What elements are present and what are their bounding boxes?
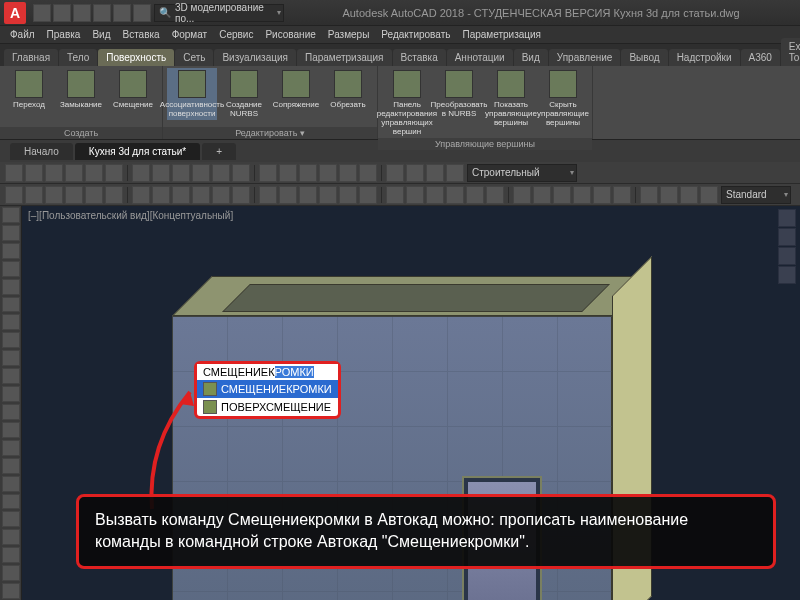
nav-home-icon[interactable] bbox=[778, 209, 796, 227]
new-doc-tab[interactable]: + bbox=[202, 143, 236, 160]
draw-tool-icon[interactable] bbox=[2, 565, 20, 581]
qat-redo-icon[interactable] bbox=[113, 4, 131, 22]
doc-tab[interactable]: Кухня 3d для статьи* bbox=[75, 143, 200, 160]
toolbar-icon[interactable] bbox=[359, 164, 377, 182]
draw-tool-icon[interactable] bbox=[2, 404, 20, 420]
tab-Express Tools[interactable]: Express Tools bbox=[781, 38, 800, 66]
toolbar-icon[interactable] bbox=[45, 186, 63, 204]
ribbon-btn[interactable]: Сопряжение bbox=[271, 68, 321, 120]
toolbar-icon[interactable] bbox=[533, 186, 551, 204]
draw-tool-icon[interactable] bbox=[2, 297, 20, 313]
command-autocomplete-popup[interactable]: СМЕЩЕНИЕКРОМКИ СМЕЩЕНИЕКРОМКИПОВЕРХСМЕЩЕ… bbox=[194, 361, 341, 419]
ribbon-btn[interactable]: Показать управляющие вершины bbox=[486, 68, 536, 138]
qat-print-icon[interactable] bbox=[133, 4, 151, 22]
draw-tool-icon[interactable] bbox=[2, 440, 20, 456]
toolbar-icon[interactable] bbox=[5, 186, 23, 204]
nav-pan-icon[interactable] bbox=[778, 247, 796, 265]
toolbar-icon[interactable] bbox=[319, 164, 337, 182]
toolbar-icon[interactable] bbox=[25, 186, 43, 204]
toolbar-icon[interactable] bbox=[132, 186, 150, 204]
qat-new-icon[interactable] bbox=[33, 4, 51, 22]
viewport-label[interactable]: [–][Пользовательский вид][Концептуальный… bbox=[28, 210, 233, 221]
toolbar-icon[interactable] bbox=[299, 164, 317, 182]
workspace-search[interactable]: 🔍3D моделирование по... bbox=[154, 4, 284, 22]
tab-A360[interactable]: A360 bbox=[741, 49, 780, 66]
ribbon-btn[interactable]: Создание NURBS bbox=[219, 68, 269, 120]
toolbar-icon[interactable] bbox=[339, 164, 357, 182]
draw-tool-icon[interactable] bbox=[2, 476, 20, 492]
toolbar-icon[interactable] bbox=[212, 164, 230, 182]
toolbar-icon[interactable] bbox=[259, 186, 277, 204]
draw-tool-icon[interactable] bbox=[2, 547, 20, 563]
draw-tool-icon[interactable] bbox=[2, 350, 20, 366]
draw-tool-icon[interactable] bbox=[2, 583, 20, 599]
menu-вставка[interactable]: Вставка bbox=[122, 29, 159, 40]
tab-Вывод[interactable]: Вывод bbox=[621, 49, 667, 66]
toolbar-icon[interactable] bbox=[339, 186, 357, 204]
menu-параметризация[interactable]: Параметризация bbox=[462, 29, 541, 40]
draw-tool-icon[interactable] bbox=[2, 314, 20, 330]
draw-tool-icon[interactable] bbox=[2, 279, 20, 295]
doc-tab[interactable]: Начало bbox=[10, 143, 73, 160]
toolbar-icon[interactable] bbox=[553, 186, 571, 204]
toolbar-icon[interactable] bbox=[259, 164, 277, 182]
toolbar-icon[interactable] bbox=[65, 164, 83, 182]
toolbar-icon[interactable] bbox=[65, 186, 83, 204]
ribbon-btn[interactable]: Обрезать bbox=[323, 68, 373, 120]
toolbar-icon[interactable] bbox=[105, 186, 123, 204]
menu-редактировать[interactable]: Редактировать bbox=[381, 29, 450, 40]
toolbar-icon[interactable] bbox=[192, 186, 210, 204]
tab-Управление[interactable]: Управление bbox=[549, 49, 621, 66]
draw-tool-icon[interactable] bbox=[2, 511, 20, 527]
toolbar-icon[interactable] bbox=[319, 186, 337, 204]
toolbar-icon[interactable] bbox=[573, 186, 591, 204]
toolbar-icon[interactable] bbox=[212, 186, 230, 204]
menu-размеры[interactable]: Размеры bbox=[328, 29, 370, 40]
qat-save-icon[interactable] bbox=[73, 4, 91, 22]
toolbar-icon[interactable] bbox=[279, 164, 297, 182]
toolbar-combo[interactable]: Строительный bbox=[467, 164, 577, 182]
ribbon-btn[interactable]: Замыкание bbox=[56, 68, 106, 111]
draw-tool-icon[interactable] bbox=[2, 243, 20, 259]
toolbar-icon[interactable] bbox=[45, 164, 63, 182]
toolbar-icon[interactable] bbox=[232, 186, 250, 204]
toolbar-icon[interactable] bbox=[172, 186, 190, 204]
nav-orbit-icon[interactable] bbox=[778, 228, 796, 246]
toolbar-icon[interactable] bbox=[613, 186, 631, 204]
toolbar-icon[interactable] bbox=[406, 186, 424, 204]
draw-tool-icon[interactable] bbox=[2, 368, 20, 384]
draw-tool-icon[interactable] bbox=[2, 225, 20, 241]
autocomplete-option[interactable]: ПОВЕРХСМЕЩЕНИЕ bbox=[197, 398, 338, 416]
tab-Тело[interactable]: Тело bbox=[59, 49, 97, 66]
toolbar-icon[interactable] bbox=[640, 186, 658, 204]
toolbar-icon[interactable] bbox=[5, 164, 23, 182]
toolbar-icon[interactable] bbox=[85, 186, 103, 204]
draw-tool-icon[interactable] bbox=[2, 529, 20, 545]
tab-Надстройки[interactable]: Надстройки bbox=[669, 49, 740, 66]
toolbar-icon[interactable] bbox=[232, 164, 250, 182]
toolbar-icon[interactable] bbox=[172, 164, 190, 182]
toolbar-icon[interactable] bbox=[426, 164, 444, 182]
ribbon-btn[interactable]: Скрыть управляющие вершины bbox=[538, 68, 588, 138]
tab-Параметризация[interactable]: Параметризация bbox=[297, 49, 392, 66]
toolbar-icon[interactable] bbox=[660, 186, 678, 204]
viewcube-controls[interactable] bbox=[778, 208, 798, 285]
ribbon-btn[interactable]: Панель редактирования управляющих вершин bbox=[382, 68, 432, 138]
tab-Поверхность[interactable]: Поверхность bbox=[98, 49, 174, 66]
autocomplete-option[interactable]: СМЕЩЕНИЕКРОМКИ bbox=[197, 380, 338, 398]
tab-Вид[interactable]: Вид bbox=[514, 49, 548, 66]
toolbar-icon[interactable] bbox=[279, 186, 297, 204]
toolbar-icon[interactable] bbox=[359, 186, 377, 204]
toolbar-icon[interactable] bbox=[152, 186, 170, 204]
toolbar-icon[interactable] bbox=[386, 186, 404, 204]
ribbon-btn[interactable]: Ассоциативность поверхности bbox=[167, 68, 217, 120]
toolbar-icon[interactable] bbox=[132, 164, 150, 182]
tab-Визуализация[interactable]: Визуализация bbox=[214, 49, 295, 66]
menu-вид[interactable]: Вид bbox=[92, 29, 110, 40]
tab-Аннотации[interactable]: Аннотации bbox=[447, 49, 513, 66]
toolbar-icon[interactable] bbox=[192, 164, 210, 182]
toolbar-icon[interactable] bbox=[152, 164, 170, 182]
toolbar-icon[interactable] bbox=[446, 186, 464, 204]
toolbar-icon[interactable] bbox=[513, 186, 531, 204]
menu-рисование[interactable]: Рисование bbox=[265, 29, 315, 40]
